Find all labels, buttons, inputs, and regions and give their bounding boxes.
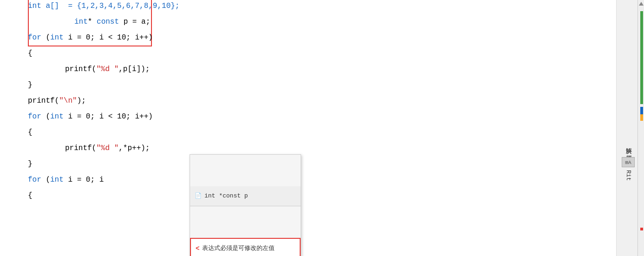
code-area: int a[] = {1,2,3,4,5,6,7,8,9,10}; int* c… bbox=[0, 0, 616, 256]
tooltip-header-text: int *const p bbox=[204, 188, 248, 204]
rit-label[interactable]: Rit bbox=[624, 168, 633, 183]
code-line-7: for (int i = 0; i < 10; i++) bbox=[28, 109, 607, 125]
vertical-buttons: 解决 属性 ⊞A Rit bbox=[619, 0, 637, 256]
code-block: int* const p = a; for (int i = 0; i < 10… bbox=[0, 12, 616, 205]
red-indicator bbox=[640, 228, 643, 230]
icon-grid-area[interactable]: ⊞A bbox=[622, 157, 635, 167]
scroll-arrow-up[interactable] bbox=[639, 2, 644, 6]
tooltip-type-icon: 📄 bbox=[195, 188, 202, 204]
scrollbar-track[interactable] bbox=[637, 0, 644, 256]
code-line-12: { bbox=[28, 188, 607, 203]
code-line-6: printf("\n"); bbox=[28, 93, 607, 109]
property-button[interactable]: 属性 bbox=[623, 147, 633, 154]
code-line-4: printf("%d ",p[i]); bbox=[28, 61, 607, 77]
green-indicator bbox=[640, 11, 643, 104]
code-line-10: } bbox=[28, 156, 607, 172]
yellow-indicator bbox=[640, 114, 643, 121]
tooltip-error-row: < 表达式必须是可修改的左值 bbox=[190, 238, 301, 256]
code-line-8: { bbox=[28, 125, 607, 140]
code-line-5: } bbox=[28, 77, 607, 93]
main-container: int a[] = {1,2,3,4,5,6,7,8,9,10}; int* c… bbox=[0, 0, 644, 256]
right-sidebar: 解决 属性 ⊞A Rit bbox=[616, 0, 644, 256]
error-icon: < bbox=[196, 241, 199, 256]
code-line-2: for (int i = 0; i < 10; i++) bbox=[28, 30, 607, 46]
code-line-9: printf("%d ",*p++); 📄 int *const p < 表达式… bbox=[28, 140, 607, 156]
tooltip-error-text: 表达式必须是可修改的左值 bbox=[202, 241, 275, 256]
blue-indicator bbox=[640, 107, 643, 114]
code-line-3: { bbox=[28, 46, 607, 61]
resolve-button[interactable]: 解决 bbox=[623, 139, 633, 147]
code-line-1: int* const p = a; bbox=[28, 14, 607, 30]
tooltip-header: 📄 int *const p bbox=[190, 186, 301, 206]
tooltip: 📄 int *const p < 表达式必须是可修改的左值 bbox=[190, 154, 301, 256]
code-line-11: for (int i = 0; i bbox=[28, 172, 607, 188]
